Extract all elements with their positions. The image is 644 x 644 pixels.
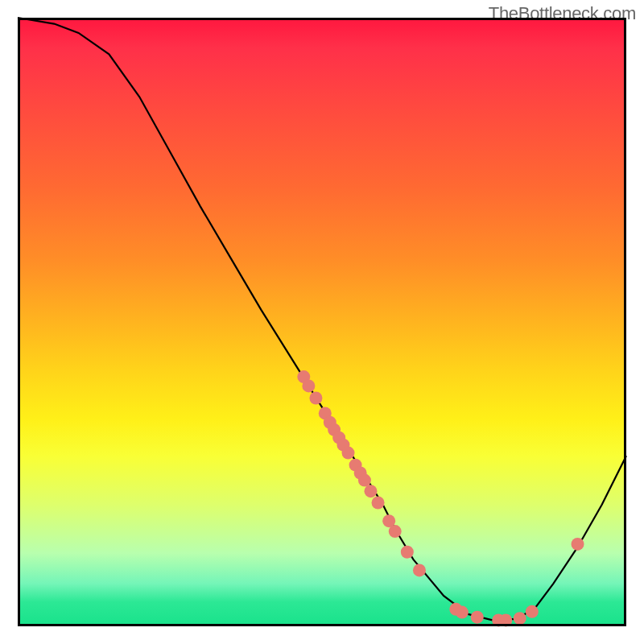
chart-container: TheBottleneck.com (0, 0, 644, 644)
plot-background (18, 18, 626, 626)
